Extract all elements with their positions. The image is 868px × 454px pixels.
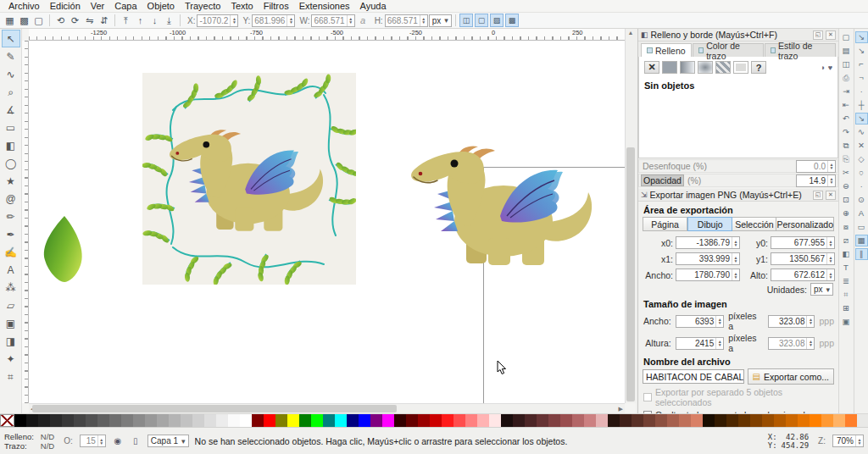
palette-swatch[interactable] bbox=[299, 414, 311, 427]
star-tool[interactable]: ★ bbox=[2, 172, 20, 190]
tab-relleno[interactable]: Relleno bbox=[641, 43, 692, 57]
menu-trayecto[interactable]: Trayecto bbox=[180, 0, 225, 12]
palette-swatch[interactable] bbox=[833, 414, 845, 427]
snap-text-icon[interactable]: A bbox=[855, 208, 868, 219]
leaf-object[interactable] bbox=[40, 214, 89, 284]
zoom-field[interactable]: 70% bbox=[832, 435, 864, 447]
save-document-icon[interactable]: ◫ bbox=[840, 58, 853, 70]
palette-swatch[interactable] bbox=[501, 414, 513, 427]
snap-paths-icon[interactable]: ∿ bbox=[855, 126, 868, 138]
xml-editor-icon[interactable]: ⌗ bbox=[840, 289, 853, 301]
snap-smooth-nodes-icon[interactable]: ○ bbox=[855, 167, 868, 179]
palette-swatch[interactable] bbox=[584, 414, 596, 427]
palette-swatch[interactable] bbox=[572, 414, 584, 427]
import-icon[interactable]: ⇥ bbox=[840, 86, 853, 97]
palette-swatch[interactable] bbox=[750, 414, 762, 427]
palette-swatch[interactable] bbox=[240, 414, 252, 427]
raise-icon[interactable]: ↑ bbox=[133, 14, 147, 27]
palette-swatch[interactable] bbox=[513, 414, 525, 427]
palette-swatch[interactable] bbox=[465, 414, 477, 427]
palette-swatch[interactable] bbox=[38, 414, 50, 427]
snap-nodes-icon[interactable]: ↘ bbox=[855, 113, 868, 125]
palette-swatch[interactable] bbox=[169, 414, 181, 427]
palette-swatch[interactable] bbox=[287, 414, 299, 427]
select-all-icon[interactable]: ▦ bbox=[3, 14, 17, 27]
export-header[interactable]: ⇲ Exportar imagen PNG (Mayús+Ctrl+E) ◱ ✕ bbox=[638, 189, 838, 202]
palette-swatch[interactable] bbox=[145, 414, 157, 427]
snap-centers-icon[interactable]: ⊙ bbox=[855, 194, 868, 206]
palette-swatch[interactable] bbox=[726, 414, 738, 427]
palette-swatch[interactable] bbox=[667, 414, 679, 427]
vertical-ruler[interactable] bbox=[22, 41, 29, 403]
swap-icon[interactable]: ◗ bbox=[821, 64, 825, 72]
flat-color-button[interactable] bbox=[662, 61, 677, 74]
snap-guide-icon[interactable]: ∥ bbox=[855, 248, 868, 260]
palette-swatch[interactable] bbox=[192, 414, 204, 427]
dpi-field[interactable]: 323.08 bbox=[768, 315, 815, 328]
size-height-field[interactable]: 2415 bbox=[676, 337, 725, 350]
lock-ratio-icon[interactable]: a bbox=[356, 14, 370, 27]
snap-bbox-icon[interactable]: ↘ bbox=[855, 45, 868, 57]
select-all-layers-icon[interactable]: ▩ bbox=[17, 14, 31, 27]
palette-swatch[interactable] bbox=[596, 414, 608, 427]
export-as-button[interactable]: ▤Exportar como... bbox=[748, 368, 834, 385]
h-field[interactable]: 668.571 bbox=[385, 14, 428, 27]
zoom-in-icon[interactable]: ⊕ bbox=[840, 208, 853, 219]
duplicate-icon[interactable]: ⧇ bbox=[840, 221, 853, 233]
palette-swatch[interactable] bbox=[347, 414, 359, 427]
redo-icon[interactable]: ↷ bbox=[840, 126, 853, 138]
cut-icon[interactable]: ✂ bbox=[840, 167, 853, 179]
palette-swatch[interactable] bbox=[691, 414, 703, 427]
drawing-canvas[interactable] bbox=[29, 41, 625, 403]
blur-field[interactable]: 0.0 bbox=[796, 160, 836, 173]
menu-texto[interactable]: Texto bbox=[225, 0, 258, 12]
box3d-tool[interactable]: ◧ bbox=[2, 136, 20, 154]
palette-swatch[interactable] bbox=[181, 414, 192, 427]
tab-estilo-de-trazo[interactable]: Estilo de trazo bbox=[765, 43, 836, 57]
move-gradients-toggle[interactable]: ▨ bbox=[490, 14, 504, 27]
lower-icon[interactable]: ↓ bbox=[147, 14, 162, 27]
snap-bbox-midpoints-icon[interactable]: ∙ bbox=[855, 86, 868, 97]
rotate-cw-icon[interactable]: ⟳ bbox=[68, 14, 82, 27]
selector-tool[interactable]: ↖ bbox=[2, 30, 20, 47]
paintbucket-tool[interactable]: ▣ bbox=[2, 314, 20, 332]
print-icon[interactable]: ⎙ bbox=[840, 72, 853, 84]
w-field[interactable]: 668.571 bbox=[311, 14, 354, 27]
layers-dialog-icon[interactable]: ≣ bbox=[840, 275, 853, 287]
layer-lock-icon[interactable]: ▯ bbox=[130, 435, 142, 447]
tab-color-de-trazo[interactable]: Color de trazo bbox=[693, 43, 764, 57]
palette-swatch[interactable] bbox=[311, 414, 323, 427]
snap-bbox-centers-icon[interactable]: ┼ bbox=[855, 99, 868, 111]
filename-input[interactable]: HABITACON DE CABALLEROS\manta.png bbox=[643, 369, 744, 384]
y-field[interactable]: 681.996 bbox=[252, 14, 295, 27]
palette-swatch-none[interactable] bbox=[0, 414, 14, 427]
dropper-tool[interactable]: ✦ bbox=[2, 350, 20, 368]
export-area-seleccion[interactable]: Selección bbox=[732, 217, 776, 231]
palette-swatch[interactable] bbox=[204, 414, 216, 427]
palette-swatch[interactable] bbox=[50, 414, 62, 427]
palette-swatch[interactable] bbox=[798, 414, 810, 427]
snap-bbox-edges-icon[interactable]: ⌐ bbox=[855, 58, 868, 70]
palette-swatch[interactable] bbox=[655, 414, 667, 427]
clone-icon[interactable]: ⧄ bbox=[840, 235, 853, 246]
vertical-scrollbar[interactable]: ▲▼ bbox=[625, 29, 636, 403]
snap-midpoints-icon[interactable]: ∙ bbox=[855, 180, 868, 192]
vertical-scroll-thumb[interactable] bbox=[626, 147, 635, 401]
copy-icon[interactable]: ⧉ bbox=[840, 140, 853, 152]
gradient-tool[interactable]: ◨ bbox=[2, 332, 20, 350]
palette-swatch[interactable] bbox=[264, 414, 275, 427]
y0-field[interactable]: 677.955 bbox=[771, 236, 835, 249]
palette-swatch[interactable] bbox=[86, 414, 97, 427]
menu-edicion[interactable]: Edición bbox=[45, 0, 86, 12]
framed-dragon-artwork[interactable] bbox=[142, 73, 356, 285]
bezier-tool[interactable]: ✒ bbox=[2, 225, 20, 243]
palette-swatch[interactable] bbox=[252, 414, 264, 427]
close-panel-icon[interactable]: ✕ bbox=[826, 191, 836, 200]
export-area-dibujo[interactable]: Dibujo bbox=[687, 217, 732, 231]
palette-swatch[interactable] bbox=[632, 414, 643, 427]
preferences-icon[interactable]: ▣ bbox=[840, 316, 853, 328]
align-dialog-icon[interactable]: ⊞ bbox=[840, 302, 853, 314]
layer-visibility-icon[interactable]: ◉ bbox=[112, 435, 124, 447]
rectangle-tool[interactable]: ▭ bbox=[2, 119, 20, 136]
menu-filtros[interactable]: Filtros bbox=[259, 0, 294, 12]
